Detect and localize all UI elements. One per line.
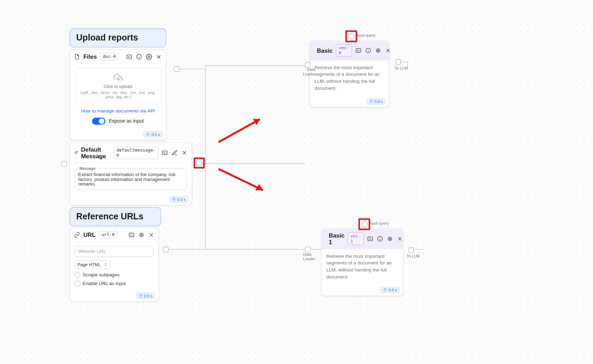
- group-title: Upload reports: [76, 33, 138, 43]
- console-icon[interactable]: [355, 48, 361, 54]
- timing-badge: ⏱ 0.0 s: [381, 287, 400, 293]
- timing-badge: ⏱ 0.0 s: [169, 196, 188, 203]
- port-basic0-dataloader[interactable]: [305, 63, 310, 68]
- node-files: Files doc-0 Click to upload (.pdf, .doc,…: [70, 49, 166, 140]
- port-basic1-tollm[interactable]: [408, 248, 414, 253]
- gear-icon[interactable]: [375, 48, 381, 54]
- group-header-upload-reports: Upload reports: [70, 28, 166, 47]
- link-icon: [74, 232, 80, 238]
- svg-line-16: [219, 119, 260, 142]
- upload-dropzone[interactable]: Click to upload (.pdf, .doc, .docx, .txt…: [75, 68, 161, 104]
- node-basic-0: Basic vec-0 Retrieve the most important …: [309, 41, 389, 107]
- node-id-badge: defaultmessage-0: [114, 146, 158, 159]
- timing-badge: ⏱ 0.0 s: [144, 131, 163, 137]
- port-label-tollm: To LLM: [395, 66, 408, 70]
- node-title: Files: [83, 53, 97, 60]
- svg-line-18: [219, 169, 263, 190]
- scrape-checkbox[interactable]: [75, 272, 80, 278]
- node-id-badge: vec-0: [336, 44, 352, 57]
- node-title: Basic: [317, 47, 333, 54]
- node-id-badge: doc-0: [100, 53, 119, 60]
- svg-point-10: [377, 50, 379, 51]
- website-url-input[interactable]: [75, 246, 154, 257]
- console-icon[interactable]: [162, 150, 168, 156]
- expose-label: Expose as input: [109, 118, 144, 124]
- console-icon[interactable]: [128, 232, 135, 238]
- node-basic-1: Basic 1 vec-1 Retrieve the most importan…: [321, 228, 403, 296]
- port-basic1-dataloader[interactable]: [305, 247, 310, 252]
- highlight-box-basic0-inputquery: [345, 30, 357, 42]
- node-desc: Retrieve the most important segments of …: [322, 249, 403, 284]
- info-icon[interactable]: [365, 48, 371, 54]
- node-desc: Retrieve the most important segments of …: [310, 60, 389, 96]
- chevron-updown-icon: [103, 262, 107, 266]
- port-label-dataloader: Data Loader: [303, 252, 315, 261]
- port-label-tollm: To LLM: [407, 254, 420, 258]
- node-url: URL url-0 Page HTML Scrape subpages Enab…: [70, 227, 159, 301]
- console-icon[interactable]: [367, 236, 373, 242]
- node-title: URL: [83, 231, 95, 238]
- cloud-upload-icon: [114, 74, 122, 82]
- timing-badge: ⏱ 0.0 s: [366, 98, 386, 104]
- console-icon[interactable]: [126, 53, 132, 60]
- timing-badge: ⏱ 0.0 s: [136, 292, 155, 299]
- edit-icon[interactable]: [171, 150, 178, 156]
- gear-icon[interactable]: [138, 232, 145, 238]
- group-header-reference-urls: Reference URLs: [70, 207, 161, 226]
- select-value: Page HTML: [77, 262, 100, 267]
- page-mode-select[interactable]: Page HTML: [75, 260, 110, 269]
- port-label-dataloader: Data Loader: [303, 67, 315, 76]
- svg-point-2: [148, 56, 150, 58]
- upload-formats: (.pdf, .doc, .docx, .txt, .xlsx, .csv, .…: [79, 90, 157, 99]
- gear-icon[interactable]: [387, 236, 393, 242]
- send-icon: [74, 150, 78, 156]
- close-icon[interactable]: [396, 236, 403, 242]
- port-files-out[interactable]: [174, 66, 179, 72]
- node-id-badge: url-0: [99, 231, 117, 238]
- node-id-badge: vec-1: [348, 233, 364, 245]
- message-text: Extract financial information of the com…: [78, 172, 184, 187]
- close-icon[interactable]: [385, 48, 391, 54]
- highlight-box-basic1-inputquery: [358, 218, 370, 230]
- info-icon[interactable]: [136, 53, 142, 60]
- port-label-inputquery: Input query: [369, 221, 389, 225]
- gear-icon[interactable]: [146, 53, 152, 60]
- svg-point-5: [141, 234, 142, 236]
- node-title: Default Message: [81, 146, 110, 159]
- file-icon: [74, 53, 80, 60]
- port-label-inputquery: Input query: [356, 33, 376, 37]
- message-textarea[interactable]: Message Extract financial information of…: [75, 169, 187, 190]
- expose-toggle[interactable]: [92, 118, 105, 125]
- port-defmsg-in[interactable]: [61, 161, 67, 167]
- close-icon[interactable]: [148, 232, 155, 238]
- port-url-out[interactable]: [163, 247, 169, 252]
- close-icon[interactable]: [156, 53, 162, 60]
- enable-url-label: Enable URL as input: [83, 281, 126, 286]
- scrape-label: Scrape subpages: [83, 272, 120, 278]
- svg-point-15: [389, 238, 391, 240]
- message-label: Message: [78, 166, 97, 170]
- highlight-box-msg-out: [194, 158, 205, 169]
- port-basic0-tollm[interactable]: [395, 59, 401, 65]
- node-title: Basic 1: [329, 232, 344, 245]
- info-icon[interactable]: [377, 236, 383, 242]
- annotation-arrow-up: [216, 115, 268, 146]
- close-icon[interactable]: [181, 150, 188, 156]
- group-title: Reference URLs: [76, 212, 143, 221]
- upload-text: Click to upload: [79, 84, 157, 89]
- manage-docs-link[interactable]: How to manage documents via API: [75, 108, 161, 114]
- node-default-message: Default Message defaultmessage-0 Message…: [70, 143, 192, 205]
- enable-url-checkbox[interactable]: [75, 281, 80, 286]
- annotation-arrow-down: [216, 166, 272, 197]
